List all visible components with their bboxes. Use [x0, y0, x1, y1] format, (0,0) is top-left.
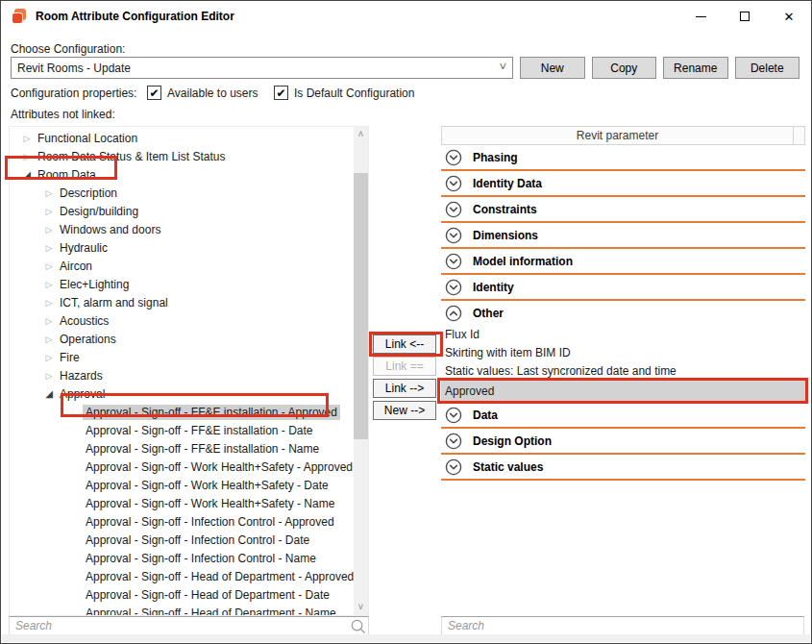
expand-circle-icon[interactable]: [445, 227, 462, 244]
section-identity-data[interactable]: Identity Data: [441, 171, 805, 197]
dialog-window: Room Attribute Configuration Editor ✕ Ch…: [0, 0, 812, 644]
tree-item[interactable]: ▷Windows and doors: [10, 220, 354, 238]
tree-item[interactable]: ▷Hydraulic: [10, 238, 354, 257]
expand-circle-icon[interactable]: [445, 175, 462, 192]
scrollbar-up-icon[interactable]: ˄: [354, 127, 368, 142]
tree-item[interactable]: ▷Fire: [10, 348, 354, 366]
tree-item[interactable]: Approval - Sign-off - Head of Department…: [10, 567, 354, 585]
tree-item[interactable]: Approval - Sign-off - Head of Department…: [10, 585, 354, 604]
link-button[interactable]: Link -->: [373, 379, 436, 398]
section-model-information[interactable]: Model information: [441, 249, 805, 275]
section-other[interactable]: Other: [441, 301, 805, 325]
close-button[interactable]: ✕: [767, 1, 811, 32]
tree-item[interactable]: Approval - Sign-off - Head of Department…: [10, 604, 354, 616]
tree-item[interactable]: Approval - Sign-off - Work Health+Safety…: [10, 476, 354, 494]
section-phasing[interactable]: Phasing: [441, 145, 805, 171]
tree-item[interactable]: ▷Hazards: [10, 366, 354, 384]
collapsed-triangle-icon[interactable]: ▷: [19, 152, 35, 161]
tree-item-label: Approval - Sign-off - Infection Control …: [83, 533, 312, 548]
tree-item[interactable]: Approval - Sign-off - FF&E installation …: [10, 439, 354, 458]
collapsed-triangle-icon[interactable]: ▷: [41, 298, 57, 308]
tree-item[interactable]: ▷ICT, alarm and signal: [10, 293, 354, 311]
section-static-values[interactable]: Static values: [441, 455, 805, 481]
tree-item[interactable]: ▷Elec+Lighting: [10, 275, 354, 293]
revit-parameter-header-end-cell: [793, 127, 804, 144]
collapsed-triangle-icon[interactable]: ▷: [41, 261, 57, 271]
link-button: Link ==: [373, 357, 436, 376]
tree-item-label: Approval - Sign-off - FF&E installation …: [83, 423, 316, 438]
collapsed-triangle-icon[interactable]: ▷: [41, 280, 57, 289]
tree-item[interactable]: ◢Approval: [10, 384, 354, 403]
collapsed-triangle-icon[interactable]: ▷: [41, 371, 57, 381]
collapsed-triangle-icon[interactable]: ▷: [41, 353, 57, 362]
expand-circle-icon[interactable]: [445, 279, 462, 296]
copy-button[interactable]: Copy: [592, 57, 657, 79]
tree-item[interactable]: Approval - Sign-off - FF&E installation …: [10, 403, 354, 421]
collapse-circle-icon[interactable]: [445, 305, 462, 322]
expand-circle-icon[interactable]: [445, 253, 462, 270]
collapsed-triangle-icon[interactable]: ▷: [41, 225, 57, 235]
new-button[interactable]: New: [520, 57, 585, 79]
section-design-option[interactable]: Design Option: [441, 429, 805, 455]
tree-item[interactable]: ▷Room Data Status & Item List Status: [10, 147, 354, 165]
tree-item[interactable]: ▷Design/building: [10, 202, 354, 220]
tree-item[interactable]: Approval - Sign-off - Work Health+Safety…: [10, 458, 354, 476]
scrollbar-thumb[interactable]: [354, 173, 368, 439]
tree-item[interactable]: ▷Aircon: [10, 257, 354, 275]
tree-item[interactable]: ▷Description: [10, 184, 354, 202]
rename-button[interactable]: Rename: [663, 57, 728, 79]
parameter-item[interactable]: Flux Id: [441, 325, 805, 343]
chevron-down-icon: ˅: [499, 60, 506, 74]
revit-parameter-search-box: [441, 616, 804, 636]
parameter-item[interactable]: Skirting with item BIM ID: [441, 343, 805, 361]
tree-item[interactable]: Approval - Sign-off - Work Health+Safety…: [10, 494, 354, 512]
collapsed-triangle-icon[interactable]: ▷: [19, 134, 35, 143]
section-constraints[interactable]: Constraints: [441, 197, 805, 223]
tree-item[interactable]: ▷Operations: [10, 330, 354, 348]
available-to-users-checkbox[interactable]: ✔: [147, 86, 161, 100]
new-button[interactable]: New -->: [373, 401, 436, 420]
collapsed-triangle-icon[interactable]: ▷: [41, 188, 57, 198]
maximize-button[interactable]: [723, 1, 767, 32]
tree-item-label: Room Data Status & Item List Status: [35, 149, 228, 164]
is-default-configuration-checkbox[interactable]: ✔: [274, 86, 288, 100]
revit-parameter-panel: Revit parameter PhasingIdentity DataCons…: [441, 126, 805, 614]
collapsed-triangle-icon[interactable]: ▷: [41, 243, 57, 253]
minimize-button[interactable]: [678, 1, 723, 32]
link-button[interactable]: Link <--: [373, 334, 436, 354]
tree-item[interactable]: Approval - Sign-off - Infection Control …: [10, 549, 354, 567]
tree-item[interactable]: Approval - Sign-off - FF&E installation …: [10, 421, 354, 439]
parameter-item[interactable]: Approved: [441, 380, 805, 403]
expanded-triangle-icon[interactable]: ◢: [41, 388, 57, 399]
expand-circle-icon[interactable]: [445, 407, 462, 424]
collapsed-triangle-icon[interactable]: ▷: [41, 207, 57, 216]
tree-item-label: Fire: [57, 350, 83, 365]
attributes-search-input[interactable]: [10, 619, 347, 632]
tree-scrollbar[interactable]: ˄ ˅: [354, 127, 368, 615]
collapsed-triangle-icon[interactable]: ▷: [41, 316, 57, 326]
expand-circle-icon[interactable]: [445, 433, 462, 450]
tree-item[interactable]: ◢Room Data: [10, 165, 354, 184]
expand-circle-icon[interactable]: [445, 201, 462, 218]
expand-circle-icon[interactable]: [445, 458, 462, 476]
parameter-item[interactable]: Static values: Last syncronized date and…: [441, 361, 805, 380]
tree-item-label: Aircon: [57, 259, 95, 274]
is-default-configuration-label: Is Default Configuration: [294, 87, 414, 100]
collapsed-triangle-icon[interactable]: ▷: [41, 334, 57, 344]
scrollbar-down-icon[interactable]: ˅: [354, 600, 368, 615]
revit-parameter-search-input[interactable]: [442, 619, 803, 632]
expanded-triangle-icon[interactable]: ◢: [19, 169, 35, 180]
delete-button[interactable]: Delete: [735, 57, 800, 79]
tree-item[interactable]: Approval - Sign-off - Infection Control …: [10, 531, 354, 549]
section-data[interactable]: Data: [441, 403, 805, 429]
section-dimensions[interactable]: Dimensions: [441, 223, 805, 249]
tree-item[interactable]: Approval - Sign-off - Infection Control …: [10, 512, 354, 531]
section-title: Phasing: [473, 151, 518, 164]
maximize-icon: [740, 12, 750, 21]
expand-circle-icon[interactable]: [445, 149, 462, 166]
tree-item[interactable]: ▷Acoustics: [10, 311, 354, 330]
tree-item[interactable]: ▷Functional Location: [10, 129, 354, 147]
section-identity[interactable]: Identity: [441, 275, 805, 301]
tree-item-label: ICT, alarm and signal: [57, 295, 171, 310]
configuration-dropdown[interactable]: Revit Rooms - Update ˅: [11, 57, 513, 79]
